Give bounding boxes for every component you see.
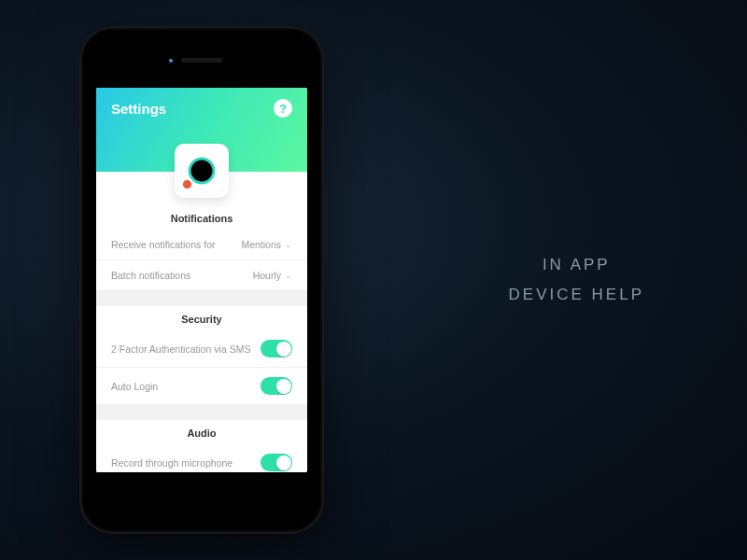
row-2fa: 2 Factor Authentication via SMS — [96, 330, 307, 368]
row-label: Receive notifications for — [111, 239, 215, 250]
marketing-line-1: IN APP — [509, 250, 644, 280]
row-record-mic: Record through microphone — [96, 444, 307, 472]
toggle-knob — [276, 379, 291, 394]
help-icon: ? — [279, 102, 287, 116]
section-title-audio: Audio — [96, 420, 307, 444]
row-label: 2 Factor Authentication via SMS — [111, 343, 250, 355]
row-value: Hourly ⌄ — [253, 270, 292, 281]
row-label: Record through microphone — [111, 457, 233, 469]
toggle-knob — [276, 455, 291, 470]
row-value: Mentions ⌄ — [241, 239, 292, 250]
section-title-notifications: Notifications — [96, 205, 307, 230]
app-screen: Settings ? Notifications Receive notific… — [96, 88, 307, 472]
marketing-line-2: DEVICE HELP — [509, 280, 644, 310]
row-label: Batch notifications — [111, 270, 190, 281]
settings-content: Notifications Receive notifications for … — [96, 172, 307, 472]
phone-sensor — [169, 59, 173, 63]
section-title-security: Security — [96, 306, 307, 330]
page-title: Settings — [111, 101, 292, 117]
camera-badge-icon — [182, 179, 192, 189]
row-receive-notifications[interactable]: Receive notifications for Mentions ⌄ — [96, 230, 307, 260]
row-value-text: Mentions — [241, 239, 281, 250]
section-divider — [96, 405, 307, 420]
row-label: Auto Login — [111, 381, 158, 392]
chevron-down-icon: ⌄ — [285, 240, 292, 249]
phone-frame: Settings ? Notifications Receive notific… — [79, 26, 324, 534]
row-auto-login: Auto Login — [96, 368, 307, 405]
toggle-auto-login[interactable] — [261, 377, 292, 395]
camera-icon — [186, 155, 218, 187]
section-divider — [96, 291, 307, 306]
toggle-knob — [276, 342, 291, 357]
help-button[interactable]: ? — [274, 99, 292, 118]
row-value-text: Hourly — [253, 270, 281, 281]
marketing-text: IN APP DEVICE HELP — [509, 250, 644, 311]
phone-speaker — [181, 58, 222, 63]
row-batch-notifications[interactable]: Batch notifications Hourly ⌄ — [96, 260, 307, 291]
chevron-down-icon: ⌄ — [285, 271, 292, 280]
toggle-record-mic[interactable] — [261, 454, 292, 471]
phone-bezel: Settings ? Notifications Receive notific… — [83, 30, 320, 530]
device-card[interactable] — [175, 144, 229, 198]
toggle-2fa[interactable] — [261, 340, 292, 357]
